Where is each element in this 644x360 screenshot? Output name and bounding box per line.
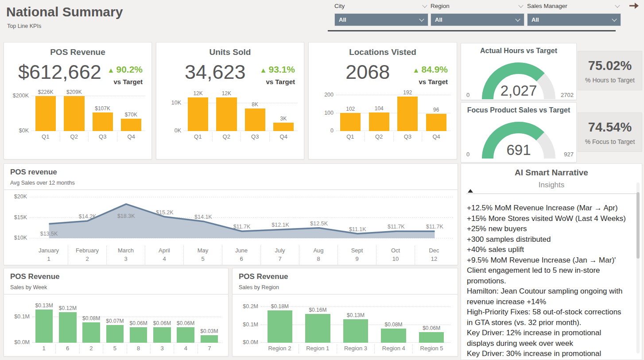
x-axis-tick: Sept9: [338, 246, 376, 264]
bar-Q3[interactable]: [245, 108, 265, 131]
narrative-line: +300 samples distributed: [467, 234, 628, 245]
bar-value-label: $209K: [66, 89, 82, 95]
pct-note: % Hours to Target: [578, 77, 642, 84]
data-point-label: $13.5K: [40, 231, 58, 237]
x-axis-tick: June6: [222, 246, 260, 264]
scrollbar-track[interactable]: [636, 182, 640, 353]
sort-up-icon[interactable]: [468, 189, 473, 193]
x-axis-tick: Region 4: [374, 344, 412, 353]
gauge-value: 2,027: [471, 82, 566, 99]
slicer-sales-manager: Sales Manager All: [527, 3, 621, 26]
x-axis-tick: 3: [150, 344, 174, 353]
y-axis-tick: $0.0M: [7, 339, 30, 345]
chart-header: POS Revenue Sales by Region: [233, 268, 458, 294]
forward-arrow-icon[interactable]: [628, 2, 639, 10]
chevron-down-icon[interactable]: [515, 16, 520, 21]
narrative-line: Hamilton: Jean Coutour sampling ongoing …: [467, 286, 628, 307]
x-axis-tick: Region 2: [261, 344, 299, 353]
bar-Q2[interactable]: [64, 96, 84, 131]
bar-value-label: $70K: [125, 112, 137, 118]
filters-divider: [328, 30, 616, 31]
bar-7[interactable]: [201, 335, 218, 343]
narrative-line: High-Priority Fixes: 58 out-of-stock cor…: [467, 307, 628, 328]
chevron-down-icon[interactable]: [615, 3, 620, 8]
bar-Q1[interactable]: [340, 113, 361, 131]
bar-value-label: $0.13M: [347, 312, 365, 318]
bar-8[interactable]: [130, 327, 147, 343]
bar-value-label: $0.06M: [130, 320, 147, 326]
bar-Q2[interactable]: [216, 97, 237, 131]
scrollbar-thumb[interactable]: [636, 192, 640, 259]
data-point-label: $12.5K: [310, 221, 328, 227]
page-title: National Summary: [6, 4, 123, 19]
bar-Q2[interactable]: [369, 112, 389, 131]
y-axis-tick: $20K: [7, 194, 27, 200]
narrative-line: +9.5% MoM Revenue Increase (Jan → Mar)': [467, 255, 628, 266]
narrative-line: +25% new buyers: [467, 224, 628, 234]
bar-Q3[interactable]: [93, 112, 113, 131]
data-point-label: $14.1K: [194, 214, 212, 220]
chevron-down-icon[interactable]: [518, 3, 523, 8]
bar-Q1[interactable]: [188, 97, 208, 131]
bar-Q1[interactable]: [35, 96, 56, 131]
chevron-down-icon[interactable]: [422, 3, 427, 8]
chart-title: POS revenue: [10, 168, 451, 177]
data-point-label: $11.7K: [388, 224, 405, 230]
kpi-delta: 84.9%: [421, 64, 448, 74]
bar-value-label: $226K: [38, 89, 54, 95]
bar-value-label: $0.08M: [82, 315, 100, 321]
bar-value-label: $0.06M: [153, 320, 171, 326]
slicer-selected-value: All: [531, 16, 539, 23]
ai-smart-narrative-card: AI Smart Narrative Insights +12.5% MoM R…: [461, 163, 642, 360]
y-axis-tick: $200K: [6, 93, 29, 99]
gauge-value: 691: [471, 142, 566, 159]
bar-Q3[interactable]: [397, 97, 418, 131]
slicer-region-dropdown[interactable]: All: [431, 13, 524, 26]
bar-value-label: 104: [375, 105, 384, 112]
bar-Region 3[interactable]: [343, 319, 368, 343]
bar-Q4[interactable]: [121, 119, 141, 131]
bar-6[interactable]: [59, 312, 76, 343]
x-axis-tick: Q3: [393, 132, 422, 142]
chevron-down-icon[interactable]: [419, 16, 424, 21]
bar-1[interactable]: [35, 310, 53, 343]
x-axis-tick: Q2: [60, 132, 89, 142]
x-axis-tick: Q4: [117, 132, 146, 142]
area-line-chart[interactable]: $20K$15K$10K$13.5K$14.2K$18.3K$15.2K$14.…: [30, 194, 453, 243]
slicer-sales-manager-dropdown[interactable]: All: [527, 13, 621, 26]
x-axis-tick: Region 5: [412, 344, 450, 353]
x-axis-tick: Oct10: [376, 246, 415, 264]
x-axis: January1February2March3April4May5June6Ju…: [30, 246, 453, 264]
bar-3[interactable]: [153, 327, 171, 343]
bar-2[interactable]: [82, 322, 100, 343]
bar-Q4[interactable]: [426, 114, 446, 131]
bar-Region 5[interactable]: [419, 332, 444, 343]
slicer-selected-value: All: [339, 16, 346, 23]
gauge-title: Actual Hours vs Target: [461, 47, 576, 55]
bar-Region 2[interactable]: [268, 310, 292, 343]
slicer-selected-value: All: [435, 16, 442, 23]
x-axis-tick: Dec12: [415, 246, 453, 264]
gauge-card-actual-hours: Actual Hours vs Target 2,027 0 2702: [461, 43, 577, 100]
slicer-city-dropdown[interactable]: All: [334, 13, 428, 26]
kpi-card-units-sold: Units Sold 34,623 ▲93.1% vs Target 10K0K…: [156, 42, 304, 159]
chevron-down-icon[interactable]: [612, 16, 617, 21]
bar-value-label: 8K: [252, 101, 258, 108]
slicer-label-text: Region: [431, 3, 450, 9]
bar-Region 1[interactable]: [305, 314, 330, 343]
bar-5[interactable]: [106, 325, 124, 343]
x-axis-tick: Q3: [88, 132, 117, 142]
kpi-title: Units Sold: [156, 47, 304, 57]
bar-Q4[interactable]: [273, 123, 294, 131]
bar-4[interactable]: [177, 327, 194, 343]
data-point-label: $11.1K: [349, 226, 366, 232]
x-axis-tick: Q4: [422, 132, 450, 142]
y-axis-tick: 200: [310, 92, 334, 98]
gauge-max-label: 2702: [561, 92, 574, 98]
x-axis-tick: Region 3: [337, 344, 375, 353]
bar-value-label: $0.06M: [423, 325, 440, 331]
data-point-label: $11.7K: [233, 224, 251, 230]
bar-Region 4[interactable]: [381, 329, 406, 343]
chart-header: POS Revenue Sales by Week: [4, 268, 228, 294]
page-subtitle: Top Line KPIs: [7, 23, 41, 29]
